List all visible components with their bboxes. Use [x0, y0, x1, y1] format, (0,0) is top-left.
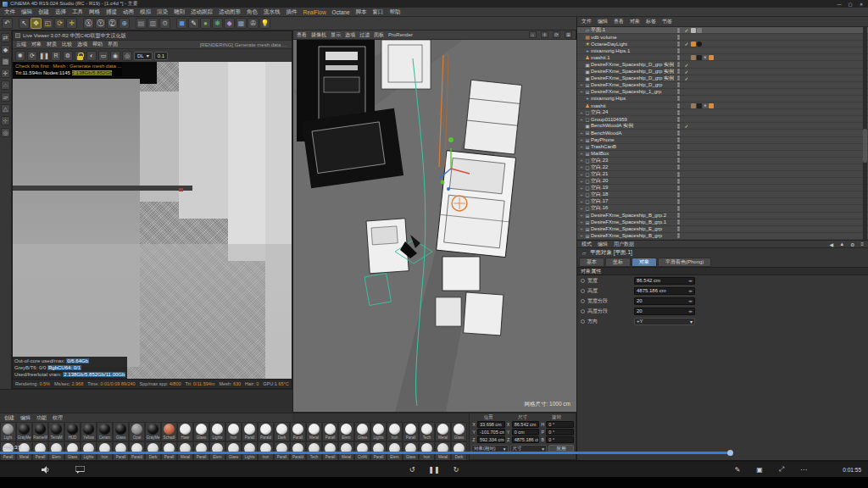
attr-panel-icon-3[interactable]: ≡ [860, 241, 864, 247]
viewport-menu-ProRender[interactable]: ProRender [388, 32, 413, 37]
material-menu-纹理[interactable]: 纹理 [53, 414, 63, 422]
visibility-toggles[interactable] [674, 192, 682, 197]
render-output[interactable]: Check this first : Mesh : Generate mesh … [13, 62, 292, 379]
material-swatch[interactable]: Glass [451, 422, 467, 441]
tab-基本[interactable]: 基本 [579, 258, 604, 267]
pause-icon[interactable]: ❚❚ [429, 464, 439, 474]
object-row[interactable]: ▣DesireFXme_Spaceship_D_grp 实例✓ [577, 75, 868, 82]
visibility-dot-bottom[interactable] [677, 229, 680, 231]
visibility-dot-bottom[interactable] [677, 98, 680, 101]
render-start-icon[interactable]: ✺ [15, 51, 25, 61]
visibility-toggles[interactable] [674, 124, 682, 129]
visibility-toggles[interactable] [674, 213, 682, 218]
visibility-toggles[interactable] [674, 89, 682, 94]
object-row[interactable]: +⊞PayPhone [577, 137, 868, 144]
coordinate-system-icon[interactable]: ⊕ [119, 18, 130, 29]
visibility-dot-bottom[interactable] [677, 236, 680, 238]
chat-icon[interactable] [75, 464, 85, 474]
visibility-dot-bottom[interactable] [677, 126, 680, 129]
material-menu-创建[interactable]: 创建 [4, 414, 14, 422]
dark-tag-icon[interactable] [697, 103, 702, 108]
tab-对象[interactable]: 对象 [632, 258, 657, 267]
visibility-dot-bottom[interactable] [677, 106, 680, 108]
visibility-dot-bottom[interactable] [677, 64, 680, 67]
material-swatch[interactable]: Metal [306, 422, 322, 441]
menu-item-网格[interactable]: 网格 [89, 8, 100, 16]
thumbnail-icon[interactable]: ▣ [754, 464, 765, 474]
live-viewer-menu-云端[interactable]: 云端 [16, 41, 26, 48]
undo-icon[interactable]: ↶ [2, 18, 13, 29]
object-row[interactable]: +mixamorig:Hips [577, 96, 868, 103]
add-environment-icon[interactable]: ▦ [236, 18, 247, 29]
perspective-viewport[interactable]: 查看摄像机显示选项过滤面板ProRender⌂✛⟳⊞ [292, 30, 576, 412]
attr-panel-icon-0[interactable]: ◀ [830, 241, 834, 247]
scale-tool-icon[interactable]: ◱ [42, 18, 53, 29]
visibility-toggles[interactable] [674, 151, 682, 156]
render-settings-icon[interactable]: ⚙ [63, 51, 73, 61]
close-button[interactable]: ✕ [857, 1, 865, 7]
visibility-toggles[interactable] [674, 186, 682, 191]
material-swatch[interactable]: Tech [419, 422, 435, 441]
object-row[interactable]: +◻空白.24 [577, 109, 868, 116]
menu-item-窗口[interactable]: 窗口 [373, 8, 384, 16]
visibility-toggles[interactable] [674, 28, 682, 33]
visibility-dot-bottom[interactable] [677, 153, 680, 156]
visibility-dot-bottom[interactable] [677, 181, 680, 184]
visibility-dot-bottom[interactable] [677, 222, 680, 225]
value-input[interactable]: 20◂▸ [634, 308, 695, 315]
kernel-dropdown[interactable]: DL▾ [134, 52, 153, 60]
live-viewer-menu-界面[interactable]: 界面 [108, 41, 118, 48]
more-options-icon[interactable]: ⋯ [798, 464, 809, 474]
visibility-dot-bottom[interactable] [677, 140, 680, 142]
ball-tag-icon[interactable] [697, 42, 702, 47]
menu-item-运动跟踪[interactable]: 运动跟踪 [191, 8, 213, 16]
pen-spline-tool-icon[interactable]: ✎ [188, 18, 199, 29]
menu-item-文件[interactable]: 文件 [4, 8, 15, 16]
size-field[interactable]: 0 cm [512, 429, 540, 435]
video-progress-bar[interactable]: 0:06:37 [0, 450, 868, 455]
visibility-toggles[interactable] [674, 219, 682, 225]
edges-mode-icon[interactable]: ▱ [1, 92, 10, 102]
visibility-dot-bottom[interactable] [677, 119, 680, 122]
object-manager-scrollbar[interactable] [863, 27, 867, 240]
attribute-section-header[interactable]: 对象属性 [577, 267, 868, 275]
menu-item-动画[interactable]: 动画 [123, 8, 134, 16]
viewport-menu-选项[interactable]: 选项 [345, 31, 355, 39]
visibility-toggles[interactable] [674, 130, 682, 136]
lock-icon[interactable] [75, 51, 85, 61]
model-mode-icon[interactable]: ◆ [1, 45, 10, 54]
orange-tag-icon[interactable] [709, 103, 714, 108]
viewport-menu-过滤[interactable]: 过滤 [359, 31, 370, 39]
dark-tag-icon[interactable] [697, 55, 702, 60]
visibility-dot-bottom[interactable] [677, 208, 680, 211]
visibility-toggles[interactable] [674, 42, 682, 47]
rotate-tool-icon[interactable]: ⟳ [54, 18, 65, 29]
om-menu-对象[interactable]: 对象 [630, 18, 640, 25]
sun-tag-icon[interactable] [691, 42, 696, 47]
lock-y-axis-icon[interactable]: Ⓨ [95, 18, 106, 29]
visibility-toggles[interactable] [674, 199, 682, 204]
material-swatch[interactable]: HUD [64, 422, 81, 441]
object-row[interactable]: ▣BenchWoodA 实例✓ [577, 123, 868, 130]
menu-item-Octane[interactable]: Octane [332, 9, 350, 15]
material-swatch[interactable]: Opal [129, 422, 145, 441]
visibility-dot-bottom[interactable] [677, 78, 680, 80]
scene-camera-icon[interactable]: ✇ [248, 18, 259, 29]
speaker-icon[interactable] [41, 464, 51, 474]
skin-tag-icon[interactable] [691, 55, 696, 60]
pick-focus-icon[interactable]: ▭ [98, 51, 108, 61]
size-field[interactable]: 4875.186 cm [512, 436, 540, 443]
object-row[interactable]: ▦vdb volume [577, 34, 868, 41]
visibility-dot-bottom[interactable] [677, 215, 680, 218]
menu-item-渲染[interactable]: 渲染 [157, 8, 168, 16]
lock-z-axis-icon[interactable]: Ⓩ [107, 18, 118, 29]
visibility-toggles[interactable] [674, 233, 682, 238]
visibility-toggles[interactable] [674, 55, 682, 60]
object-row[interactable]: +⊞TrashCanB [577, 144, 868, 151]
lock-x-axis-icon[interactable]: Ⓧ [83, 18, 94, 29]
render-view-icon[interactable]: ▤ [136, 18, 147, 29]
visibility-dot-bottom[interactable] [677, 160, 680, 163]
material-swatch[interactable]: Glass [113, 422, 129, 441]
visibility-dot-bottom[interactable] [677, 58, 680, 60]
viewport-menu-摄像机[interactable]: 摄像机 [311, 31, 326, 39]
